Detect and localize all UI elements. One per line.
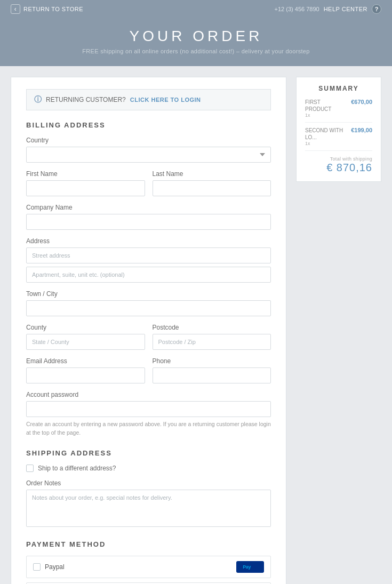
ship-different-row: Ship to a different address?	[26, 465, 271, 472]
order-notes-textarea[interactable]	[26, 490, 271, 527]
name-row: First Name Last Name	[26, 170, 271, 204]
return-label: RETURN TO STORE	[23, 6, 83, 12]
first-name-field-group: First Name	[26, 170, 145, 196]
email-field-group: Email Address	[26, 357, 145, 383]
back-arrow-icon: ‹	[11, 4, 20, 14]
county-input[interactable]	[26, 334, 145, 350]
address-label: Address	[26, 237, 271, 245]
postcode-label: Postcode	[153, 324, 271, 331]
first-name-input[interactable]	[26, 180, 145, 196]
password-field-group: Account password Create an account by en…	[26, 391, 271, 437]
city-input[interactable]	[26, 300, 271, 316]
email-phone-row: Email Address Phone	[26, 357, 271, 391]
summary-total-label: Total with shipping	[305, 156, 372, 162]
apt-input[interactable]	[26, 267, 271, 283]
order-notes-field-group: Order Notes	[26, 479, 271, 529]
summary-total-row: Total with shipping € 870,16	[305, 156, 372, 174]
help-center-label: HELP CENTER	[324, 6, 367, 12]
summary-total-amount: € 870,16	[305, 162, 372, 174]
top-bar-right: +12 (3) 456 7890 HELP CENTER ?	[275, 4, 381, 14]
company-field-group: Company Name	[26, 204, 271, 230]
paypal-left: Paypal	[33, 563, 65, 571]
city-field-group: Town / City	[26, 290, 271, 316]
postcode-field-group: Postcode	[153, 324, 271, 350]
help-icon[interactable]: ?	[372, 4, 381, 14]
country-select[interactable]: United States United Kingdom Germany Fra…	[26, 147, 271, 163]
email-input[interactable]	[26, 367, 145, 383]
hero-subtitle: FREE shipping on all online orders (no a…	[11, 48, 381, 54]
county-label: County	[26, 324, 145, 331]
country-field-group: Country United States United Kingdom Ger…	[26, 137, 271, 163]
email-label: Email Address	[26, 357, 145, 365]
summary-item-1: FIRST PRODUCT 1x €670,00	[305, 99, 372, 123]
password-input[interactable]	[26, 401, 271, 417]
shipping-heading: SHIPPING ADDRESS	[26, 449, 271, 457]
phone-field-group: Phone	[153, 357, 271, 383]
paypal-option: Paypal PayPal	[26, 556, 271, 578]
summary-item-price-2: €199,00	[351, 127, 372, 133]
paypal-icons: PayPal	[236, 561, 264, 573]
city-label: Town / City	[26, 290, 271, 298]
summary-item-name-1: FIRST PRODUCT 1x	[305, 99, 348, 118]
returning-customer-bar: ⓘ RETURNING CUSTOMER? CLICK HERE TO LOGI…	[26, 89, 271, 110]
company-input[interactable]	[26, 214, 271, 230]
credit-card-option: Credit Card DISC VISA MC AMEX	[26, 582, 271, 585]
paypal-badge-icon: PayPal	[236, 561, 264, 573]
paypal-label: Paypal	[45, 563, 65, 571]
phone-label: Phone	[153, 357, 271, 365]
return-to-store-link[interactable]: ‹ RETURN TO STORE	[11, 4, 83, 14]
postcode-input[interactable]	[153, 334, 271, 350]
order-notes-label: Order Notes	[26, 479, 271, 487]
password-label: Account password	[26, 391, 271, 398]
last-name-field-group: Last Name	[153, 170, 271, 196]
top-bar: ‹ RETURN TO STORE +12 (3) 456 7890 HELP …	[0, 0, 392, 18]
last-name-label: Last Name	[153, 170, 271, 178]
country-label: Country	[26, 137, 271, 144]
phone-input[interactable]	[153, 367, 271, 383]
hero-section: YOUR ORDER FREE shipping on all online o…	[0, 18, 392, 66]
paypal-radio[interactable]	[33, 563, 41, 571]
summary-item-2: SECOND WITH LO... 1x €199,00	[305, 127, 372, 151]
billing-heading: BILLING ADDRESS	[26, 121, 271, 129]
first-name-label: First Name	[26, 170, 145, 178]
returning-text: RETURNING CUSTOMER?	[46, 96, 126, 103]
ship-different-label: Ship to a different address?	[38, 465, 116, 472]
summary-card: SUMMARY FIRST PRODUCT 1x €670,00 SECOND …	[296, 77, 381, 182]
login-link[interactable]: CLICK HERE TO LOGIN	[130, 97, 201, 103]
summary-item-name-2: SECOND WITH LO... 1x	[305, 127, 348, 146]
last-name-input[interactable]	[153, 180, 271, 196]
street-input[interactable]	[26, 247, 271, 263]
summary-title: SUMMARY	[305, 85, 372, 92]
info-icon: ⓘ	[34, 95, 42, 105]
summary-item-price-1: €670,00	[351, 99, 372, 105]
phone-number: +12 (3) 456 7890	[275, 6, 319, 12]
county-field-group: County	[26, 324, 145, 350]
address-field-group: Address	[26, 237, 271, 283]
county-postcode-row: County Postcode	[26, 324, 271, 357]
main-container: ⓘ RETURNING CUSTOMER? CLICK HERE TO LOGI…	[0, 66, 392, 584]
company-label: Company Name	[26, 204, 271, 211]
account-note: Create an account by entering a new pass…	[26, 420, 271, 437]
payment-heading: PAYMENT METHOD	[26, 540, 271, 548]
form-card: ⓘ RETURNING CUSTOMER? CLICK HERE TO LOGI…	[11, 77, 286, 584]
page-title: YOUR ORDER	[11, 28, 381, 45]
ship-different-checkbox[interactable]	[26, 465, 34, 472]
